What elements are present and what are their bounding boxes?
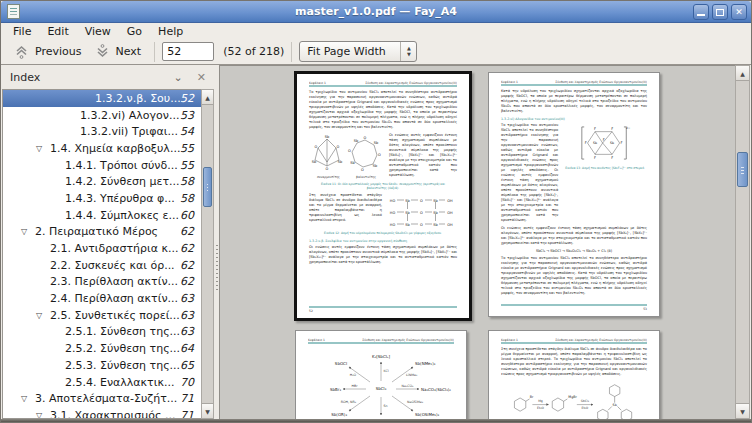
chevron-down-icon[interactable]: ⌄ — [174, 71, 183, 84]
svg-text:Na₂CO₃: Na₂CO₃ — [402, 384, 415, 388]
toc-item-label: 2.5. Συνθετικές πορεί... — [50, 309, 180, 322]
menu-file[interactable]: File — [5, 24, 39, 39]
toc-item[interactable]: ▽2.5. Συνθετικές πορεί...63 — [3, 307, 201, 324]
toc-item[interactable]: ▽3.1. Χαρακτηρισμός ...71 — [3, 407, 201, 419]
sidebar-title[interactable]: Index — [10, 71, 174, 84]
menu-edit[interactable]: Edit — [39, 24, 76, 39]
expander-triangle-icon[interactable]: ▽ — [36, 411, 50, 419]
toc-item-page: 71 — [180, 409, 201, 419]
spinner-arrows-icon[interactable]: ▲▼ — [400, 42, 416, 61]
body-text: Οι ενώσεις αυτές εμφανίζουν έντονη τάση … — [501, 226, 647, 246]
menu-help[interactable]: Help — [150, 24, 191, 39]
svg-text:HO: HO — [390, 223, 396, 227]
pdf-page-55[interactable]: Κεφάλαιο 1Σύνθεση και Χαρακτηρισμός Ενώσ… — [488, 330, 660, 419]
main-scroll-thumb[interactable] — [737, 152, 748, 187]
pdf-page-53[interactable]: Κεφάλαιο 1Σύνθεση και Χαρακτηρισμός Ενώσ… — [488, 72, 660, 317]
window-title: master_v1.0.pdf — Fay_A4 — [1, 5, 751, 18]
maximize-button[interactable] — [712, 4, 728, 20]
body-text: Στη συνέχεια προστίθεται στάγδην διάλυμα… — [309, 193, 382, 223]
toolbar: Previous Next (52 of 218) Fit Page Width… — [1, 39, 751, 65]
main-scrollbar[interactable]: ▲ ▼ — [735, 65, 750, 419]
svg-text:F: F — [611, 155, 613, 159]
sidebar-scrollbar[interactable]: ▲ ▼ — [201, 89, 214, 419]
figure-caption: Εικόνα 12: Δομή του υδρολυμένου πολυμερο… — [311, 231, 455, 235]
previous-label: Previous — [35, 45, 82, 58]
svg-text:Sb: Sb — [405, 211, 410, 215]
svg-text:F: F — [585, 141, 587, 145]
figure-crystal-forms: Sb O O Sb Sb O — [309, 133, 384, 178]
svg-text:Sb(OSiMe₃)₃: Sb(OSiMe₃)₃ — [415, 412, 440, 417]
svg-text:H₂O: H₂O — [350, 373, 357, 377]
expander-triangle-icon[interactable]: ▽ — [21, 227, 35, 236]
svg-text:OH: OH — [447, 199, 453, 203]
title-bar[interactable]: master_v1.0.pdf — Fay_A4 ✕ — [1, 1, 751, 23]
toc-item-label: 2.5.1. Σύνθεση της... — [65, 325, 180, 338]
document-canvas[interactable]: Κεφάλαιο 1Σύνθεση και Χαρακτηρισμός Ενώσ… — [219, 65, 735, 419]
minimize-button[interactable] — [693, 4, 709, 20]
svg-text:Sb: Sb — [325, 135, 330, 139]
grip-dots-icon — [216, 245, 218, 293]
pdf-page-54[interactable]: Κεφάλαιο 1Σύνθεση και Χαρακτηρισμός Ενώσ… — [295, 330, 467, 419]
toc-item[interactable]: 1.4.3. Υπέρυθρα φ...58 — [3, 190, 201, 207]
svg-text:Sb: Sb — [374, 141, 379, 145]
figure-label: σεναρμοντίτης — [317, 174, 340, 178]
toc-item[interactable]: 2.5.1. Σύνθεση της...63 — [3, 324, 201, 341]
toc-item[interactable]: 1.4.4. Σύμπλοκες ε...60 — [3, 207, 201, 224]
svg-text:SbOCl: SbOCl — [335, 361, 347, 366]
toc-item[interactable]: 1.3.2.ν.β. Σου...52 — [3, 90, 201, 107]
toc-item[interactable]: ▽3. Αποτελέσματα-Συζήτ...71 — [3, 390, 201, 407]
svg-text:SbBr₃: SbBr₃ — [330, 387, 341, 392]
running-header: Κεφάλαιο 1Σύνθεση και Χαρακτηρισμός Ενώσ… — [309, 81, 457, 87]
sidebar-close-icon[interactable]: ✕ — [197, 71, 206, 84]
toc-item[interactable]: 1.4.2. Σύνθεση μετ...58 — [3, 173, 201, 190]
toc-item[interactable]: 2.4. Περίθλαση ακτίν...63 — [3, 290, 201, 307]
toc-item[interactable]: 1.3.2.vi) Αλογον...53 — [3, 107, 201, 124]
svg-text:Sb: Sb — [433, 211, 438, 215]
scroll-up-icon[interactable]: ▲ — [202, 90, 213, 105]
previous-icon — [13, 43, 30, 60]
expander-triangle-icon[interactable]: ▽ — [36, 144, 50, 153]
svg-text:Sb(NMe₂)₃: Sb(NMe₂)₃ — [415, 361, 436, 366]
toc-item[interactable]: 2.5.2. Σύνθεση της...64 — [3, 340, 201, 357]
toc-item[interactable]: 2.3. Περίθλαση ακτίν...62 — [3, 274, 201, 291]
figure-polymer-lattice: HOSbOSbOH HOSbOSbOH HOSbOSbOH — [387, 193, 457, 230]
toc-item[interactable]: ▽1.4. Χημεία καρβοξυλ...55 — [3, 140, 201, 157]
section-heading: 1.3.2.ν.β. Σουλφίδια του αντιμονίου στην… — [309, 239, 457, 243]
zoom-mode-select[interactable]: Fit Page Width ▲▼ — [299, 41, 417, 62]
toc-item[interactable]: 1.4.1. Τρόποι σύνδ...55 — [3, 157, 201, 174]
next-page-button[interactable]: Next — [88, 41, 148, 62]
previous-page-button[interactable]: Previous — [7, 41, 88, 62]
sidebar-header: Index ⌄ ✕ — [2, 65, 214, 89]
scroll-up-icon[interactable]: ▲ — [736, 66, 749, 81]
svg-text:HO: HO — [390, 211, 396, 215]
toc-item[interactable]: 1.3.2.vii) Τριφαι...54 — [3, 123, 201, 140]
body-text: Το τριχλωρίδιο του αντιμονίου SbCl₃ αποτ… — [501, 123, 558, 222]
close-button[interactable]: ✕ — [731, 4, 747, 20]
page-number-input[interactable] — [162, 42, 214, 61]
scroll-down-icon[interactable]: ▼ — [736, 403, 749, 418]
toc-item[interactable]: 2.5.4. Εναλλακτικ...70 — [3, 374, 201, 391]
svg-text:Na₂CO₃(SbCl₃)₂: Na₂CO₃(SbCl₃)₂ — [421, 387, 451, 392]
toc-item[interactable]: 2.1. Αντιδραστήρια κ...62 — [3, 240, 201, 257]
running-header: Κεφάλαιο 1Σύνθεση και Χαρακτηρισμός Ενώσ… — [308, 338, 454, 344]
toc-item[interactable]: 2.2. Συσκευές και όρ...62 — [3, 257, 201, 274]
toc-item-page: 63 — [180, 292, 201, 305]
svg-text:NaOSiMe₃: NaOSiMe₃ — [407, 400, 424, 404]
toc-item-label: 2.5.4. Εναλλακτικ... — [65, 376, 174, 389]
scroll-down-icon[interactable]: ▼ — [202, 403, 213, 418]
toc-item-label: 2.1. Αντιδραστήρια κ... — [50, 242, 178, 255]
toc-list: 1.3.2.ν.β. Σου...521.3.2.vi) Αλογον...53… — [2, 89, 201, 419]
pdf-page-52[interactable]: Κεφάλαιο 1Σύνθεση και Χαρακτηρισμός Ενώσ… — [294, 71, 472, 321]
toc-item[interactable]: 2.5.3. Σύνθεση της...65 — [3, 357, 201, 374]
svg-text:F: F — [621, 141, 623, 145]
expander-triangle-icon[interactable]: ▽ — [36, 311, 50, 320]
svg-text:K₂[SbCl₅]: K₂[SbCl₅] — [372, 354, 390, 359]
expander-triangle-icon[interactable]: ▽ — [21, 394, 35, 403]
menu-go[interactable]: Go — [119, 24, 150, 39]
body-text: Το τριχλωρίδιο του αντιμονίου SbCl₃ αποτ… — [501, 256, 647, 296]
svg-text:Sb: Sb — [613, 403, 617, 407]
toc-item-page: 62 — [180, 225, 201, 238]
menu-view[interactable]: View — [77, 24, 119, 39]
sidebar-scroll-thumb[interactable] — [203, 167, 212, 207]
toc-item[interactable]: ▽2. Πειραματικό Μέρος62 — [3, 224, 201, 241]
